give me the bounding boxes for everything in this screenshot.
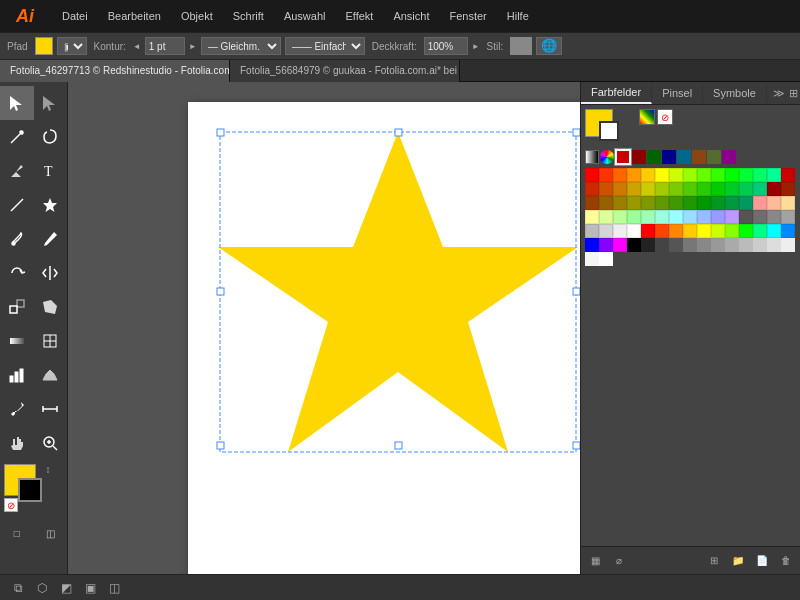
color-cell[interactable]: [613, 182, 627, 196]
color-cell[interactable]: [683, 210, 697, 224]
gray-cell[interactable]: [585, 252, 599, 266]
color-cell[interactable]: [683, 224, 697, 238]
color-cell[interactable]: [781, 210, 795, 224]
mirror-tool[interactable]: [34, 256, 68, 290]
color-cell[interactable]: [683, 182, 697, 196]
color-cell[interactable]: [585, 238, 599, 252]
menu-objekt[interactable]: Objekt: [177, 8, 217, 24]
color-cell[interactable]: [767, 182, 781, 196]
color-cell[interactable]: [585, 182, 599, 196]
color-cell[interactable]: [697, 168, 711, 182]
color-cell[interactable]: [669, 224, 683, 238]
color-cell[interactable]: [697, 196, 711, 210]
hand-tool[interactable]: [0, 426, 34, 460]
gray-cell[interactable]: [683, 238, 697, 252]
color-cell[interactable]: [585, 224, 599, 238]
gray-cell[interactable]: [641, 238, 655, 252]
color-cell[interactable]: [753, 210, 767, 224]
color-cell[interactable]: [669, 168, 683, 182]
color-cell[interactable]: [711, 182, 725, 196]
color-cell[interactable]: [781, 224, 795, 238]
pen-tool[interactable]: [0, 154, 34, 188]
color-cell[interactable]: [753, 168, 767, 182]
opacity-arrow[interactable]: ►: [472, 42, 480, 51]
world-btn[interactable]: 🌐: [536, 37, 562, 55]
swatch-dark3[interactable]: [662, 150, 676, 164]
color-cell[interactable]: [739, 210, 753, 224]
pencil-tool[interactable]: [34, 222, 68, 256]
color-cell[interactable]: [613, 168, 627, 182]
panel-grid-icon[interactable]: ⊞: [704, 551, 724, 571]
color-cell[interactable]: [655, 224, 669, 238]
color-cell[interactable]: [781, 168, 795, 182]
measure-tool[interactable]: [34, 392, 68, 426]
gray-cell[interactable]: [655, 238, 669, 252]
color-cell[interactable]: [725, 196, 739, 210]
swatch-med3[interactable]: [707, 150, 721, 164]
gray-cell[interactable]: [669, 238, 683, 252]
color-cell[interactable]: [599, 182, 613, 196]
color-cell[interactable]: [725, 210, 739, 224]
menu-schrift[interactable]: Schrift: [229, 8, 268, 24]
bottom-icon-3[interactable]: ◩: [56, 578, 76, 598]
color-cell[interactable]: [613, 196, 627, 210]
screen-mode-btn[interactable]: □: [0, 516, 34, 550]
menu-hilfe[interactable]: Hilfe: [503, 8, 533, 24]
color-cell[interactable]: [669, 196, 683, 210]
color-cell[interactable]: [613, 224, 627, 238]
panel-new-icon[interactable]: 📄: [752, 551, 772, 571]
gray-cell[interactable]: [627, 238, 641, 252]
color-cell[interactable]: [641, 182, 655, 196]
gray-cell[interactable]: [725, 238, 739, 252]
gradient-tool[interactable]: [0, 324, 34, 358]
color-cell[interactable]: [599, 238, 613, 252]
panel-expand-btn[interactable]: ≫ ⊞: [767, 83, 800, 104]
color-cell[interactable]: [669, 182, 683, 196]
color-cell[interactable]: [683, 168, 697, 182]
gray-cell[interactable]: [697, 238, 711, 252]
color-cell[interactable]: [711, 224, 725, 238]
swatch-med4[interactable]: [722, 150, 736, 164]
panel-tag-icon[interactable]: ⌀: [609, 551, 629, 571]
color-cell[interactable]: [599, 168, 613, 182]
rotate-tool[interactable]: [0, 256, 34, 290]
swatch-med2[interactable]: [692, 150, 706, 164]
color-cell[interactable]: [725, 168, 739, 182]
tab-symbole[interactable]: Symbole: [703, 83, 767, 103]
color-cell[interactable]: [683, 196, 697, 210]
star-container[interactable]: [188, 102, 580, 574]
color-cell[interactable]: [613, 238, 627, 252]
stroke-size-input[interactable]: [145, 37, 185, 55]
toolbox-none-btn[interactable]: ⊘: [4, 498, 18, 512]
opacity-input[interactable]: [424, 37, 468, 55]
gray-cell[interactable]: [753, 238, 767, 252]
menu-auswahl[interactable]: Auswahl: [280, 8, 330, 24]
tab-pinsel[interactable]: Pinsel: [652, 83, 703, 103]
tab-1[interactable]: Fotolia_56684979 © guukaa - Fotolia.com.…: [230, 60, 460, 82]
color-cell[interactable]: [641, 196, 655, 210]
color-cell[interactable]: [585, 210, 599, 224]
color-cell[interactable]: [781, 182, 795, 196]
bottom-icon-2[interactable]: ⬡: [32, 578, 52, 598]
menu-fenster[interactable]: Fenster: [445, 8, 490, 24]
swatch-dark1[interactable]: [632, 150, 646, 164]
magic-wand-tool[interactable]: [0, 120, 34, 154]
selected-red-swatch[interactable]: [615, 149, 631, 165]
menu-datei[interactable]: Datei: [58, 8, 92, 24]
gray-cell[interactable]: [599, 252, 613, 266]
bottom-icon-1[interactable]: ⧉: [8, 578, 28, 598]
bottom-icon-5[interactable]: ◫: [104, 578, 124, 598]
line-tool[interactable]: [0, 188, 34, 222]
color-cell[interactable]: [627, 182, 641, 196]
color-cell[interactable]: [697, 182, 711, 196]
color-cell[interactable]: [739, 182, 753, 196]
swap-colors-btn[interactable]: ↕: [46, 464, 60, 478]
color-cell[interactable]: [697, 224, 711, 238]
panel-trash-icon[interactable]: 🗑: [776, 551, 796, 571]
stroke-style-select[interactable]: — Gleichm.: [201, 37, 281, 55]
color-cell[interactable]: [669, 210, 683, 224]
panel-folder-icon[interactable]: 📁: [728, 551, 748, 571]
current-stroke-swatch[interactable]: [599, 121, 619, 141]
area-chart-tool[interactable]: [34, 358, 68, 392]
gray-cell[interactable]: [767, 238, 781, 252]
